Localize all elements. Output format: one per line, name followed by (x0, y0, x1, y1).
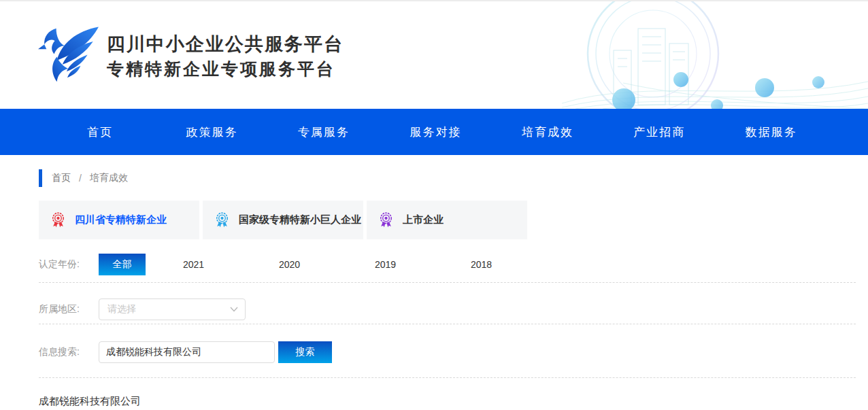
tab-label: 国家级专精特新小巨人企业 (239, 213, 361, 226)
logo-subtitle: 专精特新企业专项服务平台 (107, 57, 344, 80)
tab-sichuan-zjtx-enterprises[interactable]: 四川省专精特新企业 (39, 201, 199, 239)
region-select[interactable]: 请选择 (99, 298, 246, 320)
nav-item-data-services[interactable]: 数据服务 (716, 124, 827, 140)
header-decoration (562, 1, 868, 109)
breadcrumb-home-link[interactable]: 首页 (52, 172, 71, 184)
search-row: 信息搜索: 搜索 (39, 341, 868, 363)
year-filter-row: 认定年份: 全部 2021 2020 2019 2018 (39, 254, 868, 275)
category-tabs: 四川省专精特新企业 国家级专精特新小巨人企业 (39, 201, 868, 239)
region-filter-row: 所属地区: 请选择 (39, 298, 868, 320)
site-logo[interactable]: 四川中小企业公共服务平台 专精特新企业专项服务平台 (37, 23, 344, 88)
result-company-link[interactable]: 成都锐能科技有限公司 (39, 395, 868, 408)
year-filter-label: 认定年份: (39, 258, 99, 271)
year-option-2021[interactable]: 2021 (146, 259, 241, 270)
main-nav: 首页 政策服务 专属服务 服务对接 培育成效 产业招商 数据服务 (0, 109, 868, 155)
breadcrumb-separator: / (79, 173, 82, 184)
nav-item-industry-investment[interactable]: 产业招商 (603, 124, 715, 140)
nav-item-cultivation-results[interactable]: 培育成效 (492, 124, 603, 140)
tab-label: 上市企业 (403, 213, 444, 226)
separator (39, 377, 856, 378)
search-label: 信息搜索: (39, 346, 99, 358)
tab-listed-companies[interactable]: 上市企业 (367, 201, 527, 239)
logo-title: 四川中小企业公共服务平台 (107, 31, 344, 57)
medal-icon (378, 211, 395, 228)
breadcrumb: 首页 / 培育成效 (39, 169, 868, 188)
nav-item-service-matching[interactable]: 服务对接 (380, 124, 491, 140)
tab-national-little-giant-enterprises[interactable]: 国家级专精特新小巨人企业 (203, 201, 363, 239)
site-header: 四川中小企业公共服务平台 专精特新企业专项服务平台 (0, 1, 868, 109)
year-option-2019[interactable]: 2019 (337, 259, 433, 270)
separator (39, 282, 856, 283)
tab-label: 四川省专精特新企业 (75, 213, 167, 226)
phoenix-logo-icon (37, 23, 100, 88)
region-filter-label: 所属地区: (39, 303, 99, 315)
search-input[interactable] (99, 341, 275, 363)
year-option-all[interactable]: 全部 (99, 254, 146, 275)
medal-icon (50, 211, 67, 228)
separator (39, 324, 856, 324)
chevron-down-icon (230, 307, 238, 312)
nav-item-home[interactable]: 首页 (44, 124, 156, 140)
medal-icon (214, 211, 231, 228)
breadcrumb-accent-bar (39, 169, 42, 187)
year-option-2018[interactable]: 2018 (433, 259, 529, 270)
search-button[interactable]: 搜索 (278, 341, 332, 363)
logo-text: 四川中小企业公共服务平台 专精特新企业专项服务平台 (107, 31, 344, 80)
nav-item-policy-services[interactable]: 政策服务 (156, 124, 267, 140)
page: 四川中小企业公共服务平台 专精特新企业专项服务平台 首页 政策服务 专属服务 服… (0, 0, 868, 410)
main-content: 首页 / 培育成效 四川省专精特新企业 (0, 169, 868, 410)
nav-item-exclusive-services[interactable]: 专属服务 (268, 124, 380, 140)
region-select-placeholder: 请选择 (107, 303, 136, 315)
breadcrumb-current: 培育成效 (90, 172, 128, 184)
year-option-2020[interactable]: 2020 (241, 259, 337, 270)
